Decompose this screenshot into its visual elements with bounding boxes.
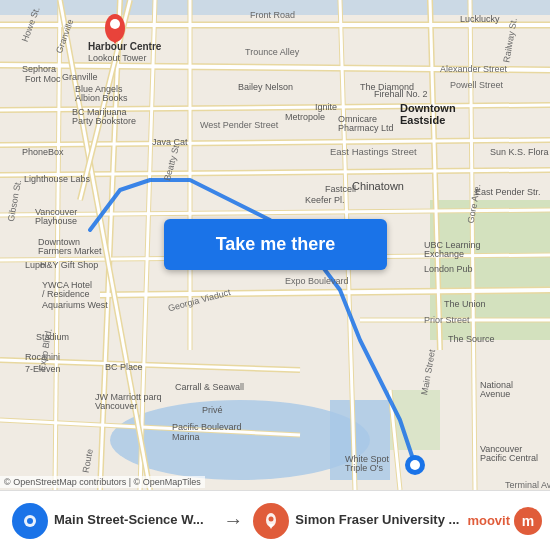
origin-text: Main Street-Science W...	[54, 512, 204, 529]
svg-text:Sun K.S. Flora: Sun K.S. Flora	[490, 147, 549, 157]
map-attribution: © OpenStreetMap contributors | © OpenMap…	[0, 476, 205, 488]
moovit-icon: m	[514, 507, 542, 535]
svg-text:Terminal Avenue: Terminal Avenue	[505, 480, 550, 490]
svg-text:Expo Boulevard: Expo Boulevard	[285, 276, 349, 286]
svg-text:H&Y Gift Shop: H&Y Gift Shop	[40, 260, 98, 270]
svg-text:Pharmacy Ltd: Pharmacy Ltd	[338, 123, 394, 133]
svg-text:Prior Street: Prior Street	[424, 315, 470, 325]
svg-text:Albion Books: Albion Books	[75, 93, 128, 103]
svg-text:The Union: The Union	[444, 299, 486, 309]
origin-icon	[12, 503, 48, 539]
arrow-icon: →	[217, 509, 249, 532]
svg-text:Bailey Nelson: Bailey Nelson	[238, 82, 293, 92]
svg-text:East Hastings Street: East Hastings Street	[330, 146, 417, 157]
svg-text:Lookout Tower: Lookout Tower	[88, 53, 146, 63]
svg-text:Farmers Market: Farmers Market	[38, 246, 102, 256]
svg-text:Fastcell: Fastcell	[325, 184, 356, 194]
svg-text:London Pub: London Pub	[424, 264, 473, 274]
svg-text:Avenue: Avenue	[480, 389, 510, 399]
svg-text:Fort Moc: Fort Moc	[25, 74, 61, 84]
svg-text:Java Cat: Java Cat	[152, 137, 188, 147]
svg-text:Pacific Central: Pacific Central	[480, 453, 538, 463]
svg-text:Granville: Granville	[62, 72, 98, 82]
svg-point-127	[110, 19, 120, 29]
svg-text:East Pender Str.: East Pender Str.	[475, 187, 541, 197]
svg-text:Sephora: Sephora	[22, 64, 56, 74]
svg-text:Party Bookstore: Party Bookstore	[72, 116, 136, 126]
destination-text: Simon Fraser University ...	[295, 512, 459, 529]
destination-station[interactable]: Simon Fraser University ...	[249, 503, 463, 539]
svg-text:Triple O's: Triple O's	[345, 463, 383, 473]
svg-text:Alexander Street: Alexander Street	[440, 64, 508, 74]
svg-text:West Pender Street: West Pender Street	[200, 120, 279, 130]
svg-text:Pacific Boulevard: Pacific Boulevard	[172, 422, 242, 432]
svg-text:Aquariums West: Aquariums West	[42, 300, 108, 310]
svg-text:Metropole: Metropole	[285, 112, 325, 122]
svg-point-132	[269, 516, 274, 521]
svg-text:Playhouse: Playhouse	[35, 216, 77, 226]
svg-text:Vancouver: Vancouver	[95, 401, 137, 411]
moovit-logo: moovit m	[467, 507, 542, 535]
svg-text:Marina: Marina	[172, 432, 200, 442]
svg-text:Ignite: Ignite	[315, 102, 337, 112]
svg-text:BC Place: BC Place	[105, 362, 143, 372]
svg-text:Keefer Pl.: Keefer Pl.	[305, 195, 345, 205]
svg-text:Powell Street: Powell Street	[450, 80, 504, 90]
svg-text:Lupo: Lupo	[25, 260, 45, 270]
origin-station[interactable]: Main Street-Science W...	[8, 503, 217, 539]
svg-point-130	[27, 518, 33, 524]
svg-text:Front Road: Front Road	[250, 10, 295, 20]
svg-text:Trounce Alley: Trounce Alley	[245, 47, 300, 57]
svg-text:/ Residence: / Residence	[42, 289, 90, 299]
svg-text:Exchange: Exchange	[424, 249, 464, 259]
svg-text:Eastside: Eastside	[400, 114, 445, 126]
svg-text:Privé: Privé	[202, 405, 223, 415]
svg-text:Chinatown: Chinatown	[352, 180, 404, 192]
svg-text:Downtown: Downtown	[400, 102, 456, 114]
svg-text:Lighthouse Labs: Lighthouse Labs	[24, 174, 91, 184]
svg-text:PhoneBox: PhoneBox	[22, 147, 64, 157]
svg-marker-133	[268, 524, 274, 529]
svg-text:Harbour Centre: Harbour Centre	[88, 41, 162, 52]
svg-text:Firehall No. 2: Firehall No. 2	[374, 89, 428, 99]
destination-icon	[253, 503, 289, 539]
svg-text:The Source: The Source	[448, 334, 495, 344]
bottom-bar: Main Street-Science W... → Simon Fraser …	[0, 490, 550, 550]
svg-text:Carrall & Seawall: Carrall & Seawall	[175, 382, 244, 392]
svg-text:Lucklucky: Lucklucky	[460, 14, 500, 24]
take-me-there-button[interactable]: Take me there	[164, 219, 387, 270]
svg-point-125	[410, 460, 420, 470]
